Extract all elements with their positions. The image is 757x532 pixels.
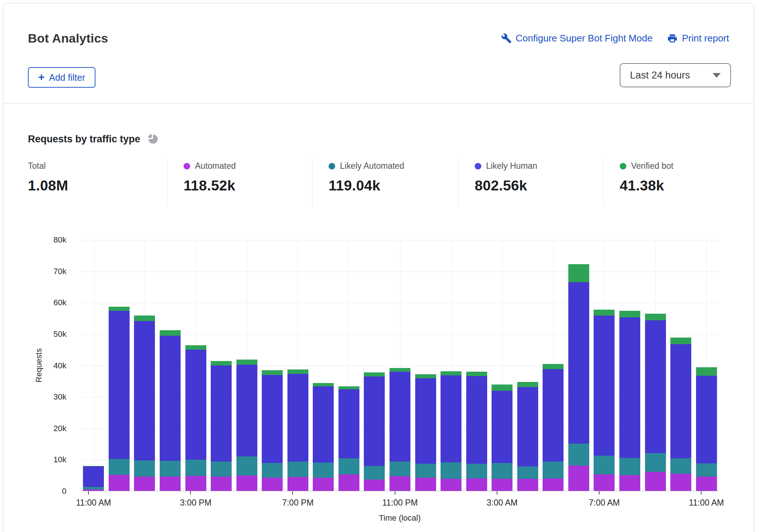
print-report-link[interactable]: Print report bbox=[667, 33, 729, 44]
add-filter-label: Add filter bbox=[49, 72, 86, 83]
bar-segment-likely-automated bbox=[441, 462, 461, 479]
bar-segment-verified-bot bbox=[619, 311, 640, 317]
bar-segment-automated bbox=[517, 479, 538, 491]
bar-segment-verified-bot bbox=[466, 372, 487, 376]
bar-segment-verified-bot bbox=[211, 361, 232, 365]
bar-segment-automated bbox=[185, 476, 206, 491]
x-tick-label: 11:00 AM bbox=[64, 498, 123, 508]
bar-segment-likely-human bbox=[492, 391, 512, 463]
bar-segment-verified-bot bbox=[696, 367, 717, 376]
bar-segment-automated bbox=[594, 474, 615, 491]
x-tick-label: 11:00 PM bbox=[371, 498, 430, 508]
print-link-label: Print report bbox=[682, 33, 729, 44]
bar-segment-likely-human bbox=[466, 376, 487, 464]
bar-segment-likely-automated bbox=[517, 466, 538, 478]
bar-segment-likely-automated bbox=[287, 462, 308, 477]
y-tick-label: 40k bbox=[33, 361, 66, 371]
x-tick-mark bbox=[701, 491, 702, 495]
page-title: Bot Analytics bbox=[28, 31, 108, 45]
bar-9-00-am-22 bbox=[645, 314, 666, 491]
stat-value: 119.04k bbox=[329, 178, 458, 194]
bar-segment-likely-automated bbox=[313, 463, 334, 478]
bar-12-00-pm-1 bbox=[109, 307, 130, 491]
y-tick-label: 10k bbox=[33, 455, 66, 464]
bar-2-00-am-15 bbox=[466, 372, 487, 491]
y-tick-label: 20k bbox=[33, 424, 66, 433]
stat-automated: Automated118.52k bbox=[167, 159, 312, 207]
y-tick-label: 0 bbox=[33, 487, 66, 496]
bar-segment-likely-automated bbox=[134, 460, 155, 477]
requests-chart: Requests Time (local) 010k20k30k40k50k60… bbox=[3, 223, 757, 532]
bar-segment-likely-human bbox=[185, 350, 206, 460]
wrench-icon bbox=[501, 33, 512, 44]
plus-icon: + bbox=[38, 72, 45, 83]
x-tick-mark bbox=[88, 491, 89, 495]
x-tick-mark bbox=[497, 491, 497, 495]
section-heading: Requests by traffic type bbox=[28, 132, 160, 146]
bar-segment-likely-automated bbox=[670, 458, 691, 474]
configure-super-bot-fight-mode-link[interactable]: Configure Super Bot Fight Mode bbox=[501, 33, 653, 44]
bar-segment-likely-human bbox=[313, 386, 334, 463]
bar-segment-likely-automated bbox=[390, 462, 410, 476]
bar-7-00-pm-8 bbox=[287, 369, 308, 491]
bar-segment-likely-automated bbox=[415, 464, 436, 478]
bar-4-00-pm-5 bbox=[211, 361, 232, 491]
bar-segment-verified-bot bbox=[390, 368, 410, 371]
bar-segment-automated bbox=[109, 475, 130, 491]
bar-segment-verified-bot bbox=[287, 369, 308, 374]
stat-likely-automated: Likely Automated119.04k bbox=[312, 159, 458, 207]
bar-segment-automated bbox=[543, 478, 564, 491]
legend-dot-likely-human bbox=[475, 163, 481, 170]
bar-segment-automated bbox=[645, 472, 666, 491]
chevron-down-icon bbox=[713, 73, 721, 78]
stat-label: Total bbox=[28, 161, 46, 171]
bar-segment-verified-bot bbox=[185, 345, 206, 350]
time-range-select[interactable]: Last 24 hours bbox=[620, 63, 731, 87]
stat-label: Likely Automated bbox=[340, 161, 404, 171]
bar-segment-likely-human bbox=[262, 375, 283, 463]
add-filter-button[interactable]: + Add filter bbox=[28, 67, 95, 88]
x-axis-title: Time (local) bbox=[379, 513, 421, 523]
plot-area bbox=[81, 240, 719, 491]
stat-verified-bot: Verified bot41.38k bbox=[603, 159, 736, 207]
bar-segment-automated bbox=[236, 475, 257, 491]
bar-11-00-am-0 bbox=[83, 466, 104, 491]
bar-segment-likely-human bbox=[543, 369, 564, 462]
y-tick-label: 30k bbox=[33, 392, 66, 402]
time-range-value: Last 24 hours bbox=[630, 70, 690, 81]
bar-11-00-am-24 bbox=[696, 367, 717, 491]
bar-segment-automated bbox=[415, 478, 436, 491]
x-tick-label: 11:00 AM bbox=[677, 498, 736, 508]
bar-12-00-am-13 bbox=[415, 374, 436, 491]
bar-11-00-pm-12 bbox=[390, 368, 410, 491]
bar-10-00-pm-11 bbox=[364, 372, 385, 491]
bar-segment-likely-automated bbox=[185, 460, 206, 476]
bar-segment-likely-human bbox=[83, 466, 104, 487]
bar-7-00-am-20 bbox=[594, 310, 615, 491]
bar-segment-likely-automated bbox=[160, 461, 181, 477]
bar-segment-likely-human bbox=[211, 365, 232, 462]
bar-segment-likely-human bbox=[109, 311, 130, 459]
bar-segment-automated bbox=[262, 478, 283, 491]
x-tick-label: 3:00 AM bbox=[473, 498, 532, 508]
bar-8-00-am-21 bbox=[619, 311, 640, 491]
configure-link-label: Configure Super Bot Fight Mode bbox=[516, 33, 653, 44]
legend-dot-likely-automated bbox=[329, 163, 335, 170]
x-tick-label: 3:00 PM bbox=[166, 498, 225, 508]
stat-value: 118.52k bbox=[184, 178, 312, 194]
bar-segment-verified-bot bbox=[262, 370, 283, 375]
legend-dot-verified-bot bbox=[620, 163, 626, 170]
bar-segment-likely-automated bbox=[236, 456, 257, 475]
bar-segment-likely-human bbox=[160, 336, 181, 461]
section-title: Requests by traffic type bbox=[28, 134, 140, 145]
bar-6-00-am-19 bbox=[568, 264, 589, 491]
bar-segment-likely-automated bbox=[645, 453, 666, 472]
bar-segment-automated bbox=[313, 478, 334, 491]
bar-segment-likely-human bbox=[236, 365, 257, 456]
legend-dot-automated bbox=[184, 163, 190, 170]
bot-analytics-card: Bot Analytics Configure Super Bot Fight … bbox=[3, 3, 754, 532]
bar-segment-automated bbox=[568, 466, 589, 491]
bar-segment-likely-human bbox=[287, 374, 308, 462]
bar-segment-likely-human bbox=[338, 389, 359, 458]
stat-label: Verified bot bbox=[631, 161, 673, 171]
